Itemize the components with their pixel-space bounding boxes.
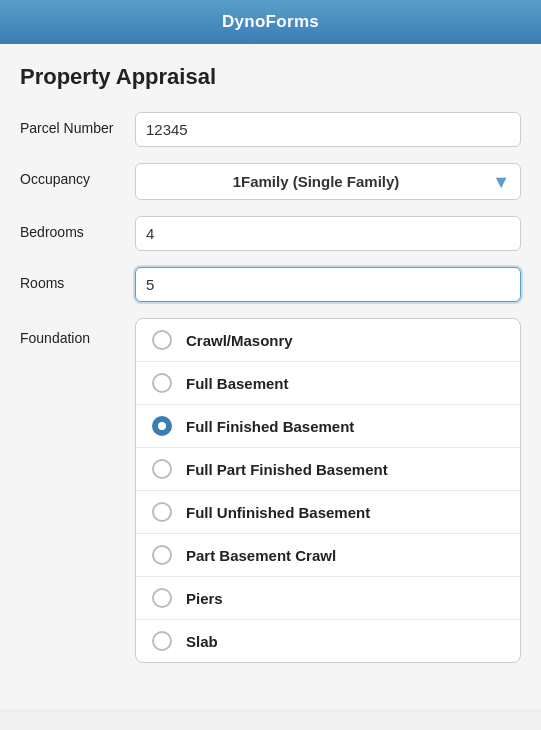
bedrooms-input[interactable] [135, 216, 521, 251]
rooms-input[interactable] [135, 267, 521, 302]
radio-label-full-unfinished: Full Unfinished Basement [186, 504, 370, 521]
radio-label-crawl: Crawl/Masonry [186, 332, 293, 349]
radio-circle-crawl [152, 330, 172, 350]
rooms-label: Rooms [20, 267, 135, 291]
foundation-option-slab[interactable]: Slab [136, 620, 520, 662]
app-header: DynoForms [0, 0, 541, 44]
radio-label-piers: Piers [186, 590, 223, 607]
foundation-option-piers[interactable]: Piers [136, 577, 520, 620]
radio-label-full-finished: Full Finished Basement [186, 418, 354, 435]
radio-label-part-crawl: Part Basement Crawl [186, 547, 336, 564]
foundation-option-full-part[interactable]: Full Part Finished Basement [136, 448, 520, 491]
radio-circle-full-part [152, 459, 172, 479]
bedrooms-label: Bedrooms [20, 216, 135, 240]
radio-circle-slab [152, 631, 172, 651]
radio-circle-full [152, 373, 172, 393]
radio-label-slab: Slab [186, 633, 218, 650]
occupancy-value: 1Family (Single Family) [233, 173, 400, 190]
foundation-option-part-crawl[interactable]: Part Basement Crawl [136, 534, 520, 577]
foundation-options: Crawl/MasonryFull BasementFull Finished … [135, 318, 521, 663]
radio-circle-part-crawl [152, 545, 172, 565]
chevron-down-icon: ▼ [492, 171, 510, 192]
occupancy-select[interactable]: 1Family (Single Family) ▼ [135, 163, 521, 200]
page-title: Property Appraisal [20, 64, 521, 90]
radio-label-full: Full Basement [186, 375, 289, 392]
radio-circle-full-unfinished [152, 502, 172, 522]
radio-circle-full-finished [152, 416, 172, 436]
occupancy-label: Occupancy [20, 163, 135, 187]
foundation-label: Foundation [20, 318, 135, 346]
foundation-option-full-unfinished[interactable]: Full Unfinished Basement [136, 491, 520, 534]
parcel-number-input[interactable] [135, 112, 521, 147]
radio-label-full-part: Full Part Finished Basement [186, 461, 388, 478]
parcel-number-label: Parcel Number [20, 112, 135, 136]
app-title: DynoForms [222, 12, 319, 31]
radio-circle-piers [152, 588, 172, 608]
foundation-option-full-finished[interactable]: Full Finished Basement [136, 405, 520, 448]
foundation-option-full[interactable]: Full Basement [136, 362, 520, 405]
foundation-option-crawl[interactable]: Crawl/Masonry [136, 319, 520, 362]
